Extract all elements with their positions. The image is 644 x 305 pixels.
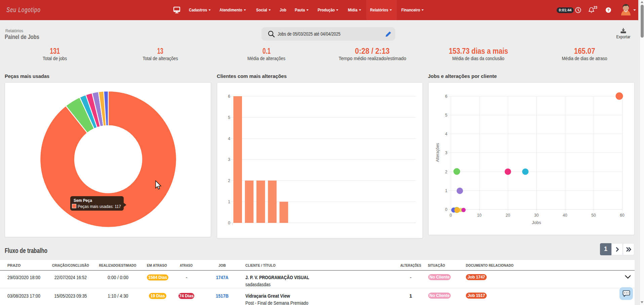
svg-text:Alterações: Alterações (435, 143, 440, 162)
svg-text:20: 20 (506, 213, 510, 218)
svg-text:Jobs: Jobs (532, 220, 541, 225)
svg-text:4: 4 (445, 132, 447, 136)
svg-text:40: 40 (563, 213, 567, 218)
svg-text:60: 60 (620, 213, 625, 218)
svg-text:5: 5 (445, 113, 447, 118)
svg-text:6: 6 (445, 94, 447, 99)
svg-text:4: 4 (228, 136, 230, 141)
svg-text:6: 6 (228, 94, 230, 99)
svg-text:1: 1 (228, 200, 230, 204)
svg-text:3: 3 (445, 150, 447, 155)
svg-text:0: 0 (228, 221, 230, 225)
svg-text:50: 50 (591, 213, 596, 218)
svg-text:0: 0 (450, 213, 452, 218)
svg-text:1: 1 (445, 188, 447, 193)
svg-text:2: 2 (228, 178, 230, 183)
svg-text:30: 30 (534, 213, 539, 218)
svg-text:10: 10 (477, 213, 482, 218)
svg-text:0: 0 (445, 207, 447, 212)
svg-text:3: 3 (228, 157, 230, 162)
svg-text:2: 2 (445, 170, 447, 174)
svg-text:5: 5 (228, 115, 230, 120)
